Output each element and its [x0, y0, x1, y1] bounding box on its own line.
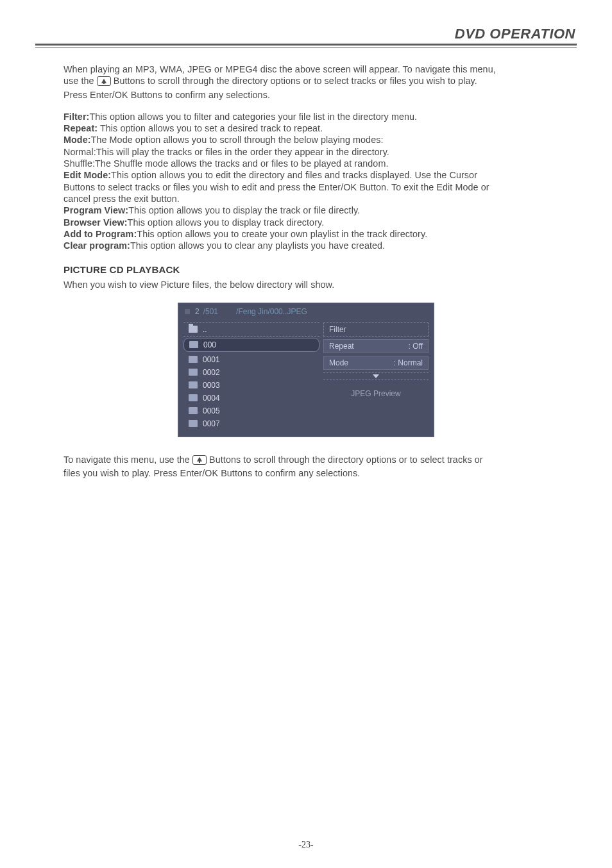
track-path: /Feng Jin/000..JPEG: [236, 307, 307, 316]
page-number: -23-: [0, 840, 612, 850]
def-mode: Mode:The Mode option allows you to scrol…: [64, 134, 548, 146]
filter-text: This option allows you to filter and cat…: [89, 112, 417, 122]
outro-line1: To navigate this menu, use the Buttons t…: [64, 454, 548, 467]
list-item-label: 0002: [203, 368, 220, 377]
list-item[interactable]: 0002: [183, 366, 319, 379]
mode-option[interactable]: Mode: Normal: [323, 356, 429, 370]
def-filter: Filter:This option allows you to filter …: [64, 111, 548, 122]
image-icon: [189, 341, 198, 348]
image-icon: [189, 369, 198, 376]
dvd-directory-panel: 2 /501 /Feng Jin/000..JPEG .. 000: [178, 303, 434, 437]
list-sel-label: 000: [203, 340, 216, 349]
intro-line2: use the Buttons to scroll through the di…: [64, 75, 548, 88]
mode-text: The Mode option allows you to scroll thr…: [91, 135, 384, 145]
filter-option[interactable]: Filter: [323, 322, 429, 337]
repeat-label: Repeat:: [64, 123, 98, 133]
page-header-title: DVD OPERATION: [455, 26, 575, 42]
track-total: /501: [203, 307, 218, 316]
filter-label: Filter:: [64, 112, 89, 122]
list-item-label: 0007: [203, 419, 220, 428]
spacer: [64, 101, 548, 111]
browser-text: This option allows you to display track …: [128, 217, 325, 228]
list-item-label: 0003: [203, 381, 220, 390]
list-item-label: 0005: [203, 406, 220, 415]
list-item[interactable]: 0005: [183, 405, 319, 417]
options-divider: [323, 372, 429, 378]
chevron-down-icon[interactable]: [373, 374, 379, 378]
outro-b: Buttons to scroll through the directory …: [209, 455, 483, 465]
def-browser: Browser View:This option allows you to d…: [64, 217, 548, 228]
outro-line2: files you wish to play. Press Enter/OK B…: [64, 467, 548, 479]
def-progview: Program View:This option allows you to d…: [64, 204, 548, 216]
mode-option-label: Mode: [329, 358, 348, 367]
header-row: DVD OPERATION: [35, 26, 577, 46]
def-shuffle: Shuffle:The Shuffle mode allows the trac…: [64, 158, 548, 169]
edit-text1: This option allows you to edit the direc…: [111, 170, 477, 180]
list-item-label: 0004: [203, 394, 220, 403]
add-label: Add to Program:: [64, 229, 137, 239]
repeat-option-value: : Off: [409, 342, 423, 351]
def-clear: Clear program:This option allows you to …: [64, 240, 548, 251]
def-edit3: cancel press the exit button.: [64, 193, 548, 204]
header-underline: [35, 47, 577, 48]
progview-label: Program View:: [64, 205, 128, 215]
def-add: Add to Program:This option allows you to…: [64, 228, 548, 240]
def-edit1: Edit Mode:This option allows you to edit…: [64, 169, 548, 181]
image-icon: [189, 356, 198, 363]
repeat-text: This option allows you to set a desired …: [98, 123, 323, 133]
edit-label: Edit Mode:: [64, 170, 111, 180]
page: DVD OPERATION When playing an MP3, WMA, …: [0, 0, 612, 868]
browser-label: Browser View:: [64, 217, 128, 228]
image-icon: [189, 381, 198, 388]
add-text: This option allows you to create your ow…: [137, 229, 427, 239]
image-icon: [189, 407, 198, 414]
list-item[interactable]: 0001: [183, 353, 319, 366]
stop-icon: [185, 309, 190, 314]
track-current: 2: [195, 307, 200, 316]
intro-line3: Press Enter/OK Buttons to confirm any se…: [64, 89, 548, 101]
list-item-label: 0001: [203, 355, 220, 364]
section-subtitle: When you wish to view Picture files, the…: [64, 279, 548, 290]
list-item-selected[interactable]: 000: [183, 338, 319, 352]
def-normal: Normal:This will play the tracks or file…: [64, 146, 548, 158]
options-pane: Filter Repeat: Off Mode: Normal JPEG Pre…: [323, 322, 429, 430]
list-item[interactable]: 0007: [183, 417, 319, 430]
folder-up-icon: [189, 326, 198, 333]
list-item[interactable]: 0003: [183, 379, 319, 392]
clear-text: This option allows you to clear any play…: [130, 240, 385, 251]
outro-a: To navigate this menu, use the: [64, 455, 192, 465]
panel-columns: .. 000 0001 0002 0003 0004 0005 0007: [178, 322, 434, 437]
def-repeat: Repeat: This option allows you to set a …: [64, 122, 548, 134]
progview-text: This option allows you to display the tr…: [128, 205, 360, 215]
file-list[interactable]: .. 000 0001 0002 0003 0004 0005 0007: [183, 322, 319, 430]
clear-label: Clear program:: [64, 240, 130, 251]
panel-topbar: 2 /501 /Feng Jin/000..JPEG: [178, 303, 434, 322]
repeat-option-label: Repeat: [329, 342, 354, 351]
repeat-option[interactable]: Repeat: Off: [323, 339, 429, 353]
body: When playing an MP3, WMA, JPEG or MPEG4 …: [35, 63, 577, 479]
up-arrow-button-icon: [97, 76, 111, 88]
def-edit2: Buttons to select tracks or files you wi…: [64, 181, 548, 193]
section-title: PICTURE CD PLAYBACK: [64, 264, 548, 275]
intro-line1: When playing an MP3, WMA, JPEG or MPEG4 …: [64, 63, 548, 75]
image-icon: [189, 420, 198, 427]
intro-line2b: Buttons to scroll through the directory …: [114, 76, 477, 86]
up-arrow-button-icon: [192, 455, 207, 467]
mode-label: Mode:: [64, 135, 91, 145]
ui-screenshot: 2 /501 /Feng Jin/000..JPEG .. 000: [64, 303, 548, 437]
image-icon: [189, 394, 198, 401]
filter-option-label: Filter: [329, 325, 346, 334]
mode-option-value: : Normal: [394, 358, 423, 367]
jpeg-preview-label: JPEG Preview: [323, 380, 429, 405]
list-up-label: ..: [203, 325, 207, 334]
intro-line2a: use the: [64, 76, 97, 86]
list-up[interactable]: ..: [183, 322, 319, 337]
list-item[interactable]: 0004: [183, 392, 319, 405]
